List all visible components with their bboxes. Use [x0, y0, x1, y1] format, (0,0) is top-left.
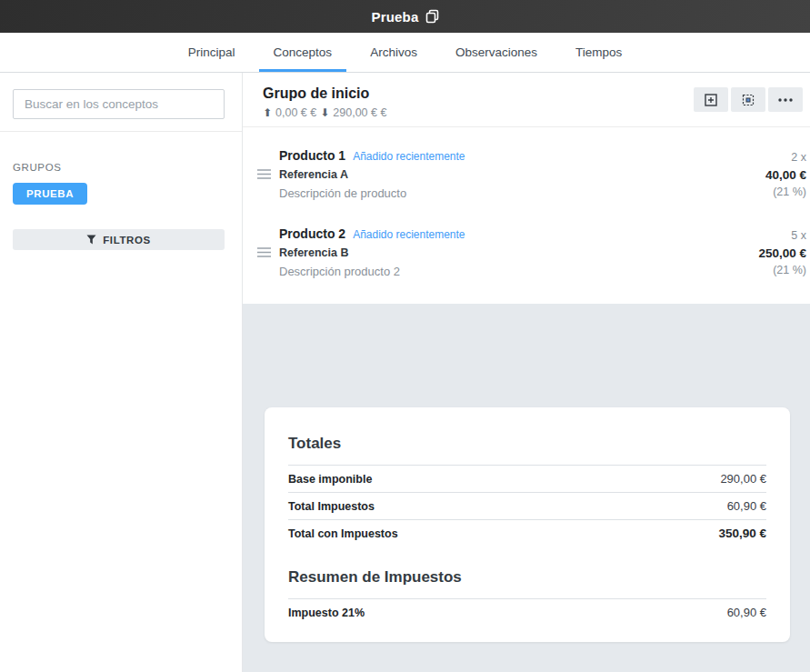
tab-principal[interactable]: Principal — [174, 33, 250, 72]
add-square-icon — [705, 94, 717, 106]
product-tax: (21 %) — [765, 185, 806, 200]
totals-row-grand: Total con Impuestos 350,90 € — [288, 519, 766, 547]
totals-title: Totales — [288, 435, 766, 453]
product-description: Descripción de producto — [279, 186, 765, 201]
product-info: Producto 2 Añadido recientemente Referen… — [279, 226, 758, 279]
tax-summary-row: Impuesto 21% 60,90 € — [288, 598, 766, 626]
product-quantity: 2 x — [765, 149, 806, 166]
filters-button-label: FILTROS — [103, 235, 151, 246]
app-title: Prueba — [371, 9, 418, 25]
totals-row-value: 350,90 € — [718, 527, 766, 540]
arrow-up-icon: ⬆ — [263, 105, 272, 120]
product-name: Producto 1 — [279, 147, 345, 165]
product-reference: Referencia A — [279, 167, 765, 183]
product-quantity: 5 x — [758, 227, 806, 245]
more-options-button[interactable] — [768, 87, 803, 112]
product-recent-badge: Añadido recientemente — [353, 150, 465, 163]
product-price: 250,00 € — [758, 245, 806, 263]
group-header: Grupo de inicio ⬆ 0,00 € € ⬇ 290,00 € € — [243, 73, 810, 127]
tab-bar: Principal Conceptos Archivos Observacion… — [0, 33, 810, 73]
ellipsis-icon — [778, 98, 793, 102]
drag-handle-icon[interactable] — [255, 169, 272, 179]
tab-observaciones[interactable]: Observaciones — [441, 33, 552, 72]
product-info: Producto 1 Añadido recientemente Referen… — [279, 147, 765, 201]
group-header-info: Grupo de inicio ⬆ 0,00 € € ⬇ 290,00 € € — [263, 85, 386, 120]
tab-conceptos[interactable]: Conceptos — [259, 33, 347, 72]
product-recent-badge: Añadido recientemente — [353, 228, 465, 241]
groups-label: GRUPOS — [13, 162, 229, 173]
sidebar: GRUPOS PRUEBA FILTROS — [0, 73, 243, 672]
copy-icon[interactable] — [425, 9, 439, 24]
tax-summary-value: 60,90 € — [727, 606, 766, 619]
group-title: Grupo de inicio — [263, 85, 386, 102]
sidebar-divider — [0, 131, 242, 132]
product-description: Descripción producto 2 — [279, 264, 758, 279]
group-actions — [694, 87, 803, 112]
group-stats: ⬆ 0,00 € € ⬇ 290,00 € € — [263, 105, 386, 120]
totals-rows: Base imponible 290,00 € Total Impuestos … — [288, 465, 766, 547]
add-group-button[interactable] — [731, 87, 765, 112]
drag-handle-icon[interactable] — [255, 247, 272, 257]
product-list: Producto 1 Añadido recientemente Referen… — [243, 127, 810, 304]
totals-area: Totales Base imponible 290,00 € Total Im… — [243, 304, 810, 672]
filters-button[interactable]: FILTROS — [13, 229, 225, 250]
totals-row-value: 60,90 € — [727, 499, 766, 513]
tax-summary-title: Resumen de Impuestos — [288, 568, 766, 587]
group-select-icon — [742, 94, 755, 106]
tab-archivos[interactable]: Archivos — [355, 33, 432, 72]
totals-row-value: 290,00 € — [720, 472, 766, 486]
group-up-value: 0,00 € € — [275, 105, 316, 120]
product-amounts: 5 x 250,00 € (21 %) — [758, 227, 806, 278]
search-input[interactable] — [13, 89, 225, 119]
totals-card: Totales Base imponible 290,00 € Total Im… — [265, 407, 790, 642]
product-price: 40,00 € — [765, 166, 806, 185]
totals-row-label: Total con Impuestos — [288, 527, 398, 540]
product-reference: Referencia B — [279, 246, 758, 261]
tax-summary-rows: Impuesto 21% 60,90 € — [288, 598, 766, 626]
totals-row-label: Base imponible — [288, 473, 372, 486]
add-concept-button[interactable] — [694, 87, 728, 112]
product-row-2[interactable]: Producto 2 Añadido recientemente Referen… — [255, 226, 806, 279]
page-layout: GRUPOS PRUEBA FILTROS Grupo de inicio ⬆ … — [0, 73, 810, 672]
product-row-1[interactable]: Producto 1 Añadido recientemente Referen… — [255, 147, 806, 201]
tab-tiempos[interactable]: Tiempos — [561, 33, 636, 72]
group-down-value: 290,00 € € — [333, 105, 386, 120]
totals-row-label: Total Impuestos — [288, 500, 375, 513]
product-name: Producto 2 — [279, 226, 345, 243]
totals-row-taxes: Total Impuestos 60,90 € — [288, 492, 766, 519]
group-chip-prueba[interactable]: PRUEBA — [13, 183, 87, 205]
main-content: Grupo de inicio ⬆ 0,00 € € ⬇ 290,00 € € — [243, 73, 810, 672]
arrow-down-icon: ⬇ — [320, 105, 329, 120]
funnel-icon — [86, 235, 96, 245]
app-header: Prueba — [0, 0, 810, 33]
product-amounts: 2 x 40,00 € (21 %) — [765, 149, 806, 200]
totals-row-base: Base imponible 290,00 € — [288, 465, 766, 492]
tax-summary-label: Impuesto 21% — [288, 607, 365, 619]
product-tax: (21 %) — [758, 263, 806, 278]
